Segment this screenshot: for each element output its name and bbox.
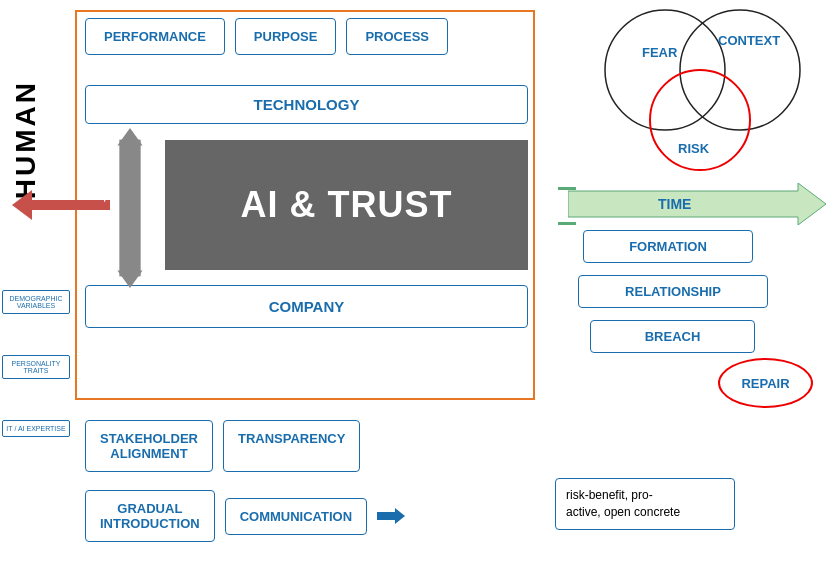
ai-trust-label: AI & TRUST xyxy=(241,184,453,226)
relationship-box: RELATIONSHIP xyxy=(578,275,768,308)
risk-benefit-box: risk-benefit, pro- active, open concrete xyxy=(555,478,735,530)
gradual-introduction-box: GRADUAL INTRODUCTION xyxy=(85,490,215,542)
human-label: HUMAN xyxy=(10,80,42,199)
svg-text:RISK: RISK xyxy=(678,141,710,156)
comm-row-group: GRADUAL INTRODUCTION COMMUNICATION xyxy=(85,490,405,542)
arrow-right-icon xyxy=(377,507,405,525)
svg-rect-6 xyxy=(30,200,110,210)
svg-text:TIME: TIME xyxy=(658,196,691,212)
svg-text:CONTEXT: CONTEXT xyxy=(718,33,780,48)
ai-trust-box: AI & TRUST xyxy=(165,140,528,270)
stakeholder-box: STAKEHOLDER ALIGNMENT xyxy=(85,420,213,472)
technology-box: TECHNOLOGY xyxy=(85,85,528,124)
repair-circle: REPAIR xyxy=(718,358,813,408)
purpose-box: PURPOSE xyxy=(235,18,337,55)
it-expertise-box: IT / AI EXPERTISE xyxy=(2,420,70,437)
time-arrow: TIME xyxy=(568,183,826,225)
svg-marker-4 xyxy=(117,271,142,288)
diagram: HUMAN PERFORMANCE PURPOSE PROCESS TECHNO… xyxy=(0,0,837,587)
trust-label: TRUST xyxy=(102,155,114,202)
breach-box: BREACH xyxy=(590,320,755,353)
venn-svg: FEAR CONTEXT RISK xyxy=(570,5,830,175)
demographic-box: DEMOGRAPHIC VARIABLES xyxy=(2,290,70,314)
horizontal-left-arrow xyxy=(12,188,112,223)
svg-marker-3 xyxy=(117,128,142,145)
venn-diagram: FEAR CONTEXT RISK xyxy=(570,5,830,175)
svg-marker-5 xyxy=(12,190,32,220)
personality-box: PERSONALITY TRAITS xyxy=(2,355,70,379)
bottom-row-group: STAKEHOLDER ALIGNMENT TRANSPARENCY xyxy=(85,420,360,472)
svg-marker-16 xyxy=(568,183,826,225)
svg-marker-7 xyxy=(377,508,405,524)
svg-rect-2 xyxy=(119,140,140,277)
company-box: COMPANY xyxy=(85,285,528,328)
top-boxes-group: PERFORMANCE PURPOSE PROCESS xyxy=(85,18,448,55)
performance-box: PERFORMANCE xyxy=(85,18,225,55)
vertical-trust-arrow xyxy=(105,128,155,288)
process-box: PROCESS xyxy=(346,18,448,55)
formation-box: FORMATION xyxy=(583,230,753,263)
communication-box: COMMUNICATION xyxy=(225,498,367,535)
transparency-box: TRANSPARENCY xyxy=(223,420,360,472)
svg-text:FEAR: FEAR xyxy=(642,45,678,60)
